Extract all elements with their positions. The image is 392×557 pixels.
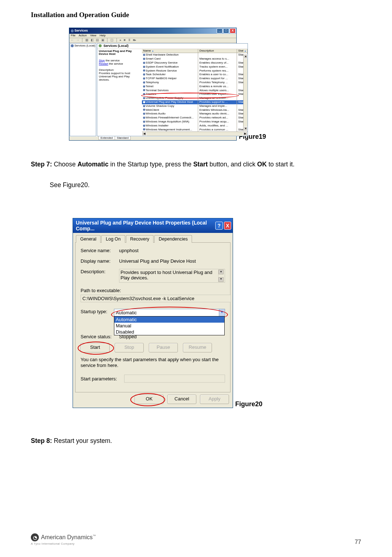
logo-icon: ◔ — [31, 533, 39, 541]
close-button[interactable]: X — [224, 222, 231, 230]
menu-view[interactable]: View — [90, 34, 96, 37]
service-row[interactable]: ThemesProvides user experi...Star — [142, 92, 248, 96]
toolbar-icon[interactable]: ▦ — [85, 38, 89, 42]
start-button[interactable]: Start — [81, 343, 110, 352]
service-row[interactable]: System Restore ServicePerforms system re… — [142, 69, 248, 73]
option-disabled[interactable]: Disabled — [114, 329, 224, 335]
menu-action[interactable]: Action — [79, 34, 87, 37]
step-7-text: Step 7: Choose Automatic in the Startup … — [31, 161, 361, 168]
vertical-scrollbar[interactable]: ▲ ▼ — [243, 54, 248, 132]
service-row[interactable]: Volume Shadow CopyManages and imple... — [142, 104, 248, 108]
toolbar-pause-icon[interactable]: ⏸ — [128, 38, 131, 42]
brand-logo: ◔ American Dynamics™ — [31, 533, 96, 541]
startup-type-dropdown: Automatic Manual Disabled — [114, 316, 225, 335]
service-row[interactable]: WebClientEnables Windows-ba...Star — [142, 108, 248, 112]
apply-button[interactable]: Apply — [200, 395, 229, 404]
page-footer: ◔ American Dynamics™ A Tyco Internationa… — [31, 533, 361, 545]
service-row[interactable]: Windows Firewall/Internet Connecti...Pro… — [142, 116, 248, 120]
service-row[interactable]: Windows AudioManages audio devic...Star — [142, 112, 248, 116]
ok-button[interactable]: OK — [135, 395, 164, 404]
scroll-up-icon[interactable]: ▲ — [219, 270, 224, 274]
service-status-label: Service status: — [81, 334, 119, 339]
figure-20-label: Figure20 — [235, 400, 262, 408]
tree-item-services-local[interactable]: Services (Local) — [71, 44, 95, 48]
service-list: Name ▲ Description Stat ▲ Shell Hardware… — [142, 49, 248, 136]
close-button[interactable]: X — [230, 28, 236, 33]
minimize-button[interactable]: _ — [217, 28, 222, 33]
column-status[interactable]: Stat ▲ — [237, 49, 248, 53]
tab-recovery[interactable]: Recovery — [126, 235, 154, 243]
toolbar-icon[interactable]: ◫ — [110, 38, 114, 42]
service-row[interactable]: Windows InstallerAdds, modifies, and ... — [142, 124, 248, 128]
service-row[interactable]: Task SchedulerEnables a user to co...Sta… — [142, 73, 248, 77]
description-scrollbar[interactable]: ▲ ▼ — [218, 270, 224, 282]
toolbar-icon[interactable]: ◧ — [91, 38, 94, 42]
tab-standard[interactable]: Standard — [115, 136, 131, 140]
display-name-label: Display name: — [81, 258, 119, 264]
service-row[interactable]: Terminal ServicesAllows multiple users..… — [142, 89, 248, 93]
tab-general[interactable]: General — [76, 235, 101, 243]
service-row[interactable]: Universal Plug and Play Device HostProvi… — [142, 100, 248, 104]
service-row[interactable]: Windows Management Instrument...Provides… — [142, 128, 248, 132]
toolbar-stop-icon[interactable]: ■ — [124, 38, 126, 42]
dialog-title: Universal Plug and Play Device Host Prop… — [76, 220, 214, 231]
scroll-down-icon[interactable]: ▼ — [219, 277, 224, 282]
maximize-button[interactable]: □ — [223, 28, 229, 33]
toolbar-fwd-icon[interactable]: → — [76, 38, 79, 42]
service-row[interactable]: Smart CardManages access to s... — [142, 57, 248, 61]
scroll-right-icon[interactable]: ▶ — [243, 132, 248, 136]
scroll-up-icon[interactable]: ▲ — [244, 54, 248, 59]
description-label: Description: — [81, 269, 119, 274]
service-row[interactable]: TelephonyProvides Telephony ...Star — [142, 81, 248, 85]
toolbar-play-icon[interactable]: ▸ — [120, 38, 122, 42]
option-automatic[interactable]: Automatic — [114, 316, 224, 323]
panel-header: Services (Local) — [97, 44, 248, 49]
pause-button[interactable]: Pause — [149, 343, 178, 352]
service-row[interactable]: TelnetEnables a remote us... — [142, 85, 248, 89]
service-row[interactable]: Windows Image Acquisition (WIA)Provides … — [142, 120, 248, 124]
option-manual[interactable]: Manual — [114, 323, 224, 329]
horizontal-scrollbar[interactable]: ◀ ▶ — [142, 132, 248, 136]
startup-type-select[interactable]: Automatic ▼ — [114, 309, 225, 316]
menu-bar: File Action View Help — [69, 34, 236, 38]
tab-extended[interactable]: Extended — [98, 136, 115, 140]
brand-tagline: A Tyco International Company — [31, 542, 96, 545]
service-row[interactable]: System Event NotificationTracks system e… — [142, 65, 248, 69]
window-title: Services — [74, 29, 88, 33]
service-name-value: upnphost — [119, 248, 225, 253]
resume-button[interactable]: Resume — [183, 343, 212, 352]
chevron-down-icon[interactable]: ▼ — [219, 309, 225, 316]
start-parameters-input[interactable] — [124, 375, 225, 383]
toolbar-restart-icon[interactable]: ■▸ — [133, 38, 136, 42]
tab-dependencies[interactable]: Dependencies — [154, 235, 192, 243]
start-parameters-label: Start parameters: — [81, 376, 124, 382]
path-value: C:\WINDOWS\System32\svchost.exe -k Local… — [81, 295, 231, 302]
column-description[interactable]: Description — [198, 49, 237, 53]
toolbar-back-icon[interactable]: ← — [71, 38, 74, 42]
description-text: Provides support to host Universal Plug … — [99, 72, 140, 81]
menu-file[interactable]: File — [71, 34, 75, 37]
service-row[interactable]: Uninterruptible Power SupplyManages an u… — [142, 96, 248, 100]
detail-service-name: Universal Plug and Play Device Host — [99, 50, 140, 56]
tab-log-on[interactable]: Log On — [101, 235, 125, 243]
cancel-button[interactable]: Cancel — [167, 395, 196, 404]
page-number: 77 — [355, 539, 361, 545]
note-text: You can specify the start parameters tha… — [81, 357, 225, 368]
properties-dialog: Universal Plug and Play Device Host Prop… — [73, 218, 233, 408]
stop-service-link[interactable]: Stop — [99, 59, 105, 62]
menu-help[interactable]: Help — [100, 34, 106, 37]
service-row[interactable]: SSDP Discovery ServiceEnables discovery … — [142, 61, 248, 65]
services-window: Services _ □ X File Action View Help ← →… — [69, 28, 237, 141]
service-row[interactable]: TCP/IP NetBIOS HelperEnables support for… — [142, 77, 248, 81]
step-8-text: Step 8: Restart your system. — [31, 437, 361, 445]
gear-icon — [71, 44, 74, 47]
help-button[interactable]: ? — [215, 222, 222, 230]
toolbar-icon[interactable]: ▤ — [96, 38, 99, 42]
restart-service-link[interactable]: Restart — [99, 62, 108, 65]
column-name[interactable]: Name ▲ — [142, 49, 198, 53]
stop-button[interactable]: Stop — [115, 343, 144, 352]
service-row[interactable]: Shell Hardware DetectionStar — [142, 53, 248, 57]
toolbar-icon[interactable]: ▣ — [101, 38, 105, 42]
scroll-left-icon[interactable]: ◀ — [142, 132, 147, 136]
scroll-down-icon[interactable]: ▼ — [244, 126, 248, 131]
